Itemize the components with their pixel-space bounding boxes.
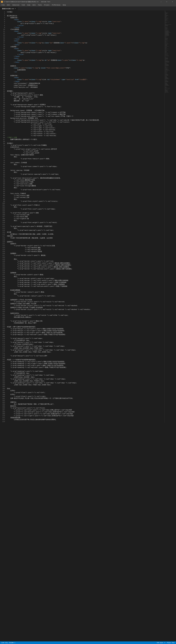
menu-tools[interactable]: Tools (37, 4, 43, 6)
app-icon (1, 1, 3, 3)
tab-label: 新建文本文档.txt (2, 8, 14, 10)
menu-help[interactable]: Help (62, 4, 67, 6)
menu-file[interactable]: File (1, 4, 6, 6)
menu-view[interactable]: View (26, 4, 31, 6)
tab-bar: 新建文本文档.txt × (0, 6, 176, 10)
minimize-button[interactable]: — (158, 0, 164, 4)
menu-project[interactable]: Project (43, 4, 51, 6)
menu-goto[interactable]: Goto (32, 4, 37, 6)
editor: 1234567891011121314151617181920212223242… (0, 10, 176, 423)
maximize-button[interactable]: □ (164, 0, 169, 4)
code-content[interactable]: CSS笔记插入样式表方法： 内部样式表： <head> class="c-pun… (6, 10, 164, 423)
menu-preferences[interactable]: Preferences (51, 4, 61, 6)
menu-find[interactable]: Find (21, 4, 26, 6)
menu-bar: File Edit Selection Find View Goto Tools… (0, 4, 176, 6)
tab-active[interactable]: 新建文本文档.txt × (0, 7, 18, 10)
window-title: C:\Users\Administrator\Desktop\新建文本文档.tx… (4, 1, 50, 3)
title-bar: C:\Users\Administrator\Desktop\新建文本文档.tx… (0, 0, 176, 4)
minimap[interactable] (164, 10, 176, 423)
tab-close-icon[interactable]: × (15, 8, 16, 10)
close-button[interactable]: × (170, 0, 175, 4)
window-controls: — □ × (158, 0, 175, 4)
menu-selection[interactable]: Selection (11, 4, 20, 6)
menu-edit[interactable]: Edit (6, 4, 11, 6)
line-gutter: 1234567891011121314151617181920212223242… (0, 10, 6, 423)
